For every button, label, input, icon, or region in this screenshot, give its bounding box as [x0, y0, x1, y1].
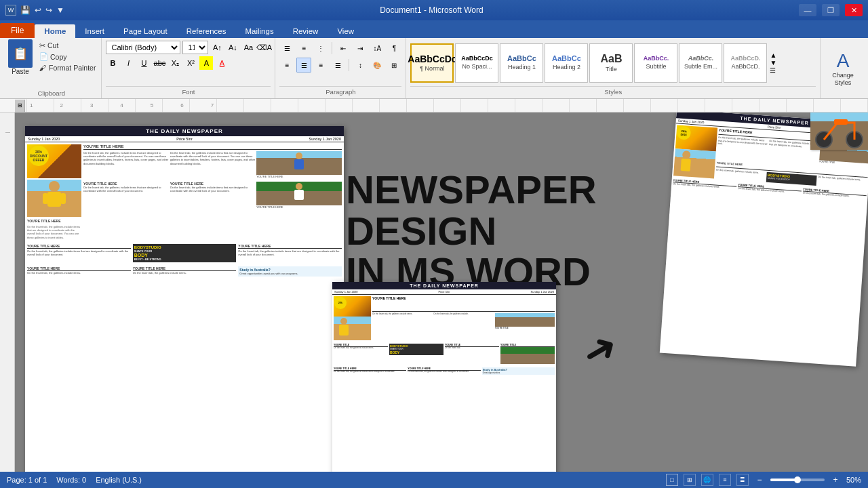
style-heading2[interactable]: AaBbCc Heading 2	[545, 43, 588, 83]
tab-references[interactable]: References	[177, 24, 236, 38]
person-mid-icon	[334, 317, 354, 340]
full-screen-reading-button[interactable]: ⊞	[684, 474, 696, 486]
font-size-select[interactable]: 11	[182, 41, 208, 54]
style-subtle-preview: AaBbCc.	[688, 56, 714, 62]
increase-indent-button[interactable]: ⇥	[353, 41, 368, 56]
change-case-button[interactable]: Aa	[241, 41, 255, 54]
vertical-ruler-indicator: |	[4, 131, 10, 133]
text-highlight-button[interactable]: A	[199, 56, 213, 70]
style-title[interactable]: AaB Title	[589, 43, 633, 83]
tab-review[interactable]: Review	[283, 24, 328, 38]
svg-rect-2	[43, 193, 48, 204]
document-area: | THE DAILY NEWSPAPER Sunday 1 Jan 2020 …	[0, 113, 868, 472]
bottom-col-3: YOURE TITLE HERE On the Insert tab, the …	[238, 244, 342, 262]
tab-view[interactable]: View	[328, 24, 363, 38]
font-group-label: Font	[106, 86, 271, 96]
cut-button[interactable]: ✂ Cut	[38, 41, 97, 50]
style-heading1[interactable]: AaBbCc Heading 1	[500, 43, 543, 83]
zoom-out-button[interactable]: −	[754, 474, 765, 485]
language-indicator[interactable]: English (U.S.)	[96, 476, 142, 484]
minimize-button[interactable]: —	[799, 4, 816, 16]
word-count: Words: 0	[56, 476, 86, 484]
format-painter-label: Format Painter	[49, 64, 96, 72]
col-body-left: On the Insert tab, the galleries include…	[27, 225, 81, 239]
scissors-icon: ✂	[39, 41, 45, 49]
line-spacing-button[interactable]: ↕	[353, 58, 368, 73]
outline-view-button[interactable]: ≡	[719, 474, 731, 486]
align-center-button[interactable]: ☰	[296, 58, 311, 73]
superscript-button[interactable]: X²	[184, 56, 197, 70]
style-normal[interactable]: AaBbCcDc ¶ Normal	[410, 43, 454, 83]
restore-button[interactable]: ❐	[822, 4, 840, 16]
svg-point-6	[296, 183, 302, 190]
tab-insert[interactable]: Insert	[75, 24, 114, 38]
print-layout-button[interactable]: □	[666, 474, 678, 486]
undo-icon[interactable]: ↩	[35, 5, 41, 15]
style-h2-label: Heading 2	[553, 64, 580, 70]
multilevel-list-button[interactable]: ⋮	[313, 41, 328, 56]
style-subtle-em[interactable]: AaBbCc. Subtle Em...	[679, 43, 722, 83]
align-right-button[interactable]: ≡	[313, 58, 328, 73]
style-subtitle[interactable]: AaBbCc. Subtitle	[634, 43, 677, 83]
tab-home[interactable]: Home	[35, 24, 75, 38]
style-no-spacing[interactable]: AaBbCcDc No Spaci...	[455, 43, 498, 83]
bullet-list-button[interactable]: ☰	[279, 41, 294, 56]
redo-icon[interactable]: ↪	[45, 5, 52, 15]
shading-button[interactable]: 🎨	[370, 58, 384, 73]
cricketer-icon	[289, 182, 309, 205]
decrease-font-button[interactable]: A↓	[226, 41, 239, 54]
zoom-slider[interactable]	[770, 479, 825, 481]
ruler-corner[interactable]: ⊞	[15, 100, 25, 112]
italic-button[interactable]: I	[121, 56, 135, 70]
svg-point-4	[296, 152, 302, 159]
web-layout-button[interactable]: 🌐	[701, 474, 713, 486]
show-hide-button[interactable]: ¶	[387, 41, 401, 56]
zoom-level[interactable]: 50%	[846, 476, 861, 484]
styles-more[interactable]: ☰	[770, 66, 776, 74]
underline-button[interactable]: U	[137, 56, 151, 70]
copy-button[interactable]: 📄 Copy	[38, 52, 97, 62]
tab-file[interactable]: File	[0, 23, 35, 38]
window-title: Document1 - Microsoft Word	[64, 5, 799, 15]
borders-button[interactable]: ⊞	[387, 58, 401, 73]
style-normal-preview: AaBbCcDc	[408, 54, 456, 64]
change-styles-group[interactable]: A Change Styles	[821, 38, 865, 98]
sort-button[interactable]: ↕A	[370, 41, 384, 56]
justify-button[interactable]: ☰	[330, 58, 345, 73]
clear-formatting-button[interactable]: ⌫A	[257, 41, 271, 54]
strikethrough-button[interactable]: abc	[153, 56, 166, 70]
bold-button[interactable]: B	[106, 56, 119, 70]
paste-button[interactable]: 📋 Paste	[5, 38, 35, 88]
decrease-indent-button[interactable]: ⇤	[336, 41, 351, 56]
document-page[interactable]: THE DAILY NEWSPAPER Sunday 1 Jan 2020 Pr…	[25, 126, 344, 472]
copy-icon: 📄	[39, 52, 48, 61]
font-color-button[interactable]: A	[215, 56, 229, 70]
gym-ad: BODYSTUDIO SHAPE YOUR BODY BE FIT • BE S…	[133, 244, 237, 262]
svg-rect-9	[681, 159, 691, 171]
style-subtitle-preview: AaBbCc.	[644, 56, 669, 62]
tab-page-layout[interactable]: Page Layout	[114, 24, 177, 38]
ribbon-tab-bar: File Home Insert Page Layout References …	[0, 20, 868, 38]
arrow-right: ➜	[575, 324, 625, 376]
newspaper-col-1: On the Insert tab, the galleries include…	[83, 151, 169, 179]
left-panel: |	[0, 113, 15, 472]
zoom-in-button[interactable]: +	[830, 474, 841, 485]
align-left-button[interactable]: ≡	[279, 58, 294, 73]
bottom-col-a: YOURE TITLE HERE On the Insert tab, the …	[27, 266, 131, 277]
close-button[interactable]: ✕	[845, 4, 863, 16]
style-nospacing-preview: AaBbCcDc	[461, 56, 493, 62]
customize-quick-icon[interactable]: ▼	[56, 5, 64, 15]
format-painter-button[interactable]: 🖌 Format Painter	[38, 63, 97, 73]
style-more[interactable]: AaBbCcD. AaBbCcD.	[724, 43, 767, 83]
font-name-select[interactable]: Calibri (Body)	[106, 41, 180, 54]
tab-mailings[interactable]: Mailings	[235, 24, 283, 38]
person-silhouette	[37, 180, 71, 217]
styles-scroll-down[interactable]: ▼	[770, 59, 776, 66]
subscript-button[interactable]: X₂	[168, 56, 182, 70]
save-quick-icon[interactable]: 💾	[20, 5, 31, 15]
bottom-col-b: YOURE TITLE HERE On the Insert tab, the …	[133, 266, 237, 277]
numbered-list-button[interactable]: ≡	[296, 41, 311, 56]
draft-view-button[interactable]: ≣	[736, 474, 749, 486]
styles-scroll-up[interactable]: ▲	[770, 52, 776, 59]
increase-font-button[interactable]: A↑	[210, 41, 224, 54]
